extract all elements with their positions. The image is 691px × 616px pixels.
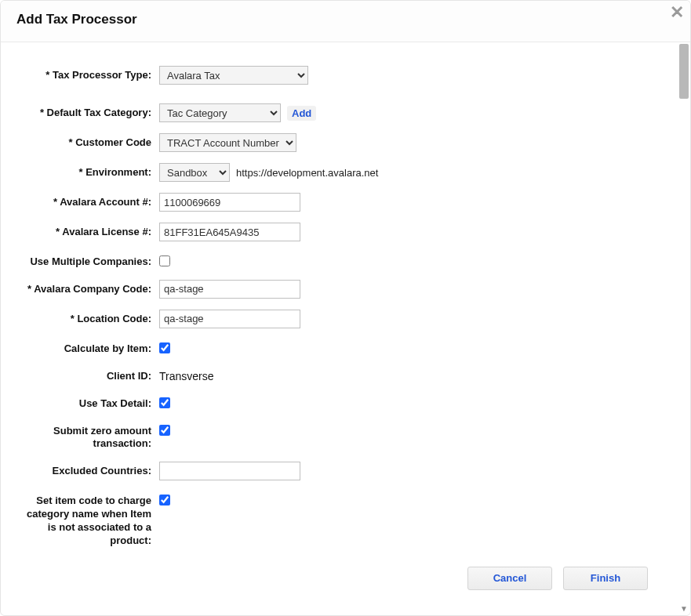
close-icon[interactable]: ✕ — [670, 4, 684, 21]
environment-url-hint: https://development.avalara.net — [236, 167, 378, 179]
location-code-input[interactable] — [159, 310, 300, 328]
calculate-by-item-label: Calculate by Item: — [16, 339, 159, 356]
avalara-account-label: Avalara Account #: — [16, 193, 159, 209]
customer-code-select[interactable]: TRACT Account Number — [159, 133, 296, 152]
use-multiple-companies-checkbox[interactable] — [159, 255, 170, 266]
environment-select[interactable]: Sandbox — [159, 163, 230, 182]
add-tax-processor-dialog: Add Tax Processor ✕ Tax Processor Type: … — [0, 0, 691, 616]
dialog-body: Tax Processor Type: Avalara Tax Default … — [1, 42, 690, 615]
use-multiple-companies-label: Use Multiple Companies: — [16, 252, 159, 269]
avalara-company-code-label: Avalara Company Code: — [16, 280, 159, 296]
use-tax-detail-label: Use Tax Detail: — [16, 394, 159, 411]
customer-code-label: Customer Code — [16, 133, 159, 150]
scrollbar-thumb[interactable] — [679, 44, 689, 99]
dialog-title: Add Tax Processor — [16, 12, 675, 27]
dialog-actions: Cancel Finish — [16, 559, 664, 606]
submit-zero-amount-checkbox[interactable] — [159, 425, 170, 436]
vertical-scrollbar[interactable]: ▼ — [679, 44, 689, 614]
calculate-by-item-checkbox[interactable] — [159, 342, 170, 353]
form-scroll-area: Tax Processor Type: Avalara Tax Default … — [1, 42, 679, 615]
use-tax-detail-checkbox[interactable] — [159, 397, 170, 408]
tax-processor-type-select[interactable]: Avalara Tax — [159, 66, 308, 85]
excluded-countries-input[interactable] — [159, 462, 300, 480]
avalara-license-input[interactable] — [159, 223, 300, 241]
tax-processor-type-label: Tax Processor Type: — [16, 66, 159, 82]
default-tax-category-label: Default Tax Category: — [16, 103, 159, 120]
submit-zero-amount-label: Submit zero amount transaction: — [16, 422, 159, 451]
avalara-license-label: Avalara License #: — [16, 223, 159, 239]
location-code-label: Location Code: — [16, 310, 159, 326]
client-id-value: Transverse — [159, 367, 214, 382]
excluded-countries-label: Excluded Countries: — [16, 462, 159, 478]
set-item-code-fallback-label: Set item code to charge category name wh… — [16, 491, 159, 548]
scrollbar-track[interactable] — [679, 44, 689, 614]
environment-label: Environment: — [16, 163, 159, 179]
cancel-button[interactable]: Cancel — [467, 567, 552, 590]
scrollbar-down-arrow-icon[interactable]: ▼ — [679, 603, 689, 614]
avalara-account-input[interactable] — [159, 193, 300, 212]
add-tax-category-link[interactable]: Add — [287, 106, 316, 121]
dialog-titlebar: Add Tax Processor ✕ — [1, 1, 690, 42]
avalara-company-code-input[interactable] — [159, 280, 300, 299]
finish-button[interactable]: Finish — [563, 567, 648, 590]
client-id-label: Client ID: — [16, 367, 159, 383]
default-tax-category-select[interactable]: Tac Category — [159, 103, 281, 122]
set-item-code-fallback-checkbox[interactable] — [159, 495, 170, 505]
